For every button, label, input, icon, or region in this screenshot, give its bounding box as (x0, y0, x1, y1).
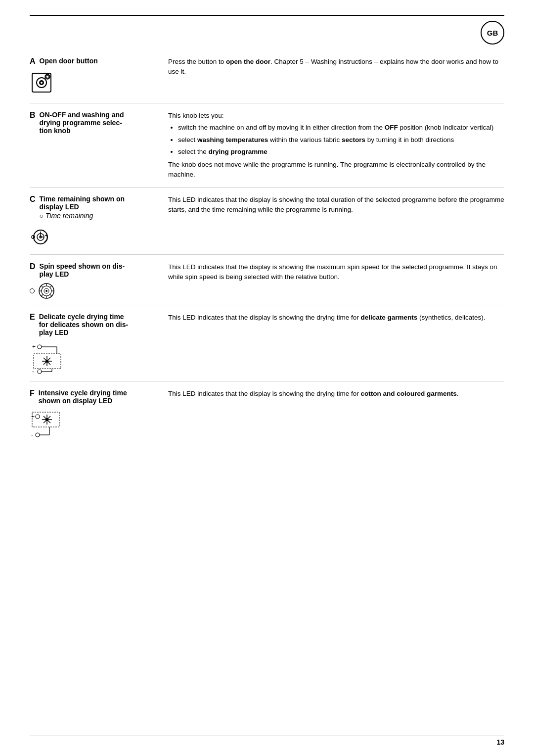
section-d-right: This LED indicates that the display is s… (168, 260, 504, 300)
section-d-title-block: Spin speed shown on dis-play LED (40, 262, 125, 278)
svg-line-23 (50, 285, 52, 287)
section-a-row: A Open door button Press the button to o… (30, 54, 504, 103)
section-a-icon (30, 71, 158, 98)
section-a-header: A Open door button (30, 57, 158, 66)
svg-line-24 (42, 294, 44, 296)
section-e-icon: + - (30, 341, 158, 376)
section-d-header: D Spin speed shown on dis-play LED (30, 262, 158, 278)
section-f-icon: + - (30, 410, 158, 447)
section-e-letter: E (30, 313, 35, 322)
section-b-intro: This knob lets you: (168, 111, 504, 121)
section-f-title: Intensive cycle drying timeshown on disp… (39, 389, 127, 405)
section-e-row: E Delicate cycle drying timefor delicate… (30, 310, 504, 381)
time-led-icon (30, 225, 57, 249)
section-b-note: The knob does not move while the program… (168, 160, 504, 180)
svg-line-22 (50, 294, 52, 296)
section-e-desc: This LED indicates that the display is s… (168, 313, 504, 323)
door-button-icon (30, 71, 57, 98)
intensive-diagram-icon: + - (30, 410, 74, 447)
section-e-left: E Delicate cycle drying timefor delicate… (30, 310, 168, 376)
section-b-bullets: switch the machine on and off by moving … (168, 123, 504, 157)
section-f-title-block: Intensive cycle drying timeshown on disp… (39, 389, 127, 405)
svg-point-33 (45, 360, 48, 363)
page-container: GB A Open door button (0, 0, 534, 756)
section-c-left: C Time remaining shown ondisplay LED ○ T… (30, 192, 168, 249)
svg-text:-: - (32, 368, 34, 375)
section-e-right: This LED indicates that the display is s… (168, 310, 504, 376)
section-c-header: C Time remaining shown ondisplay LED ○ T… (30, 195, 158, 220)
section-f-header: F Intensive cycle drying timeshown on di… (30, 389, 158, 405)
section-b-bullet-2: select washing temperatures within the v… (178, 135, 504, 145)
gb-badge: GB (481, 21, 504, 45)
delicate-diagram-icon: + - (30, 341, 74, 376)
section-b-right: This knob lets you: switch the machine o… (168, 108, 504, 182)
section-b-row: B ON-OFF and washing anddrying programme… (30, 108, 504, 188)
section-f-left: F Intensive cycle drying timeshown on di… (30, 386, 168, 447)
section-f-row: F Intensive cycle drying timeshown on di… (30, 386, 504, 452)
spin-speed-icon (38, 282, 55, 300)
svg-point-35 (38, 370, 42, 374)
section-d-letter: D (30, 262, 36, 271)
section-a-right: Press the button to open the door. Chapt… (168, 54, 504, 98)
svg-text:-: - (31, 431, 33, 438)
section-e-header: E Delicate cycle drying timefor delicate… (30, 313, 158, 336)
bottom-bar (30, 736, 504, 736)
section-e-title: Delicate cycle drying timefor delicates … (39, 313, 128, 336)
page-number: 13 (496, 738, 504, 746)
svg-point-5 (46, 76, 48, 78)
section-f-right: This LED indicates that the display is s… (168, 386, 504, 447)
section-a-left: A Open door button (30, 54, 168, 98)
section-b-header: B ON-OFF and washing anddrying programme… (30, 111, 158, 135)
section-d-title: Spin speed shown on dis-play LED (40, 262, 125, 278)
section-f-desc: This LED indicates that the display is s… (168, 389, 504, 399)
svg-point-16 (45, 290, 47, 292)
svg-text:+: + (31, 413, 35, 420)
section-c-row: C Time remaining shown ondisplay LED ○ T… (30, 192, 504, 255)
section-d-icon (30, 282, 158, 300)
svg-line-21 (42, 285, 44, 287)
svg-point-26 (38, 345, 42, 349)
gb-label: GB (487, 29, 498, 37)
svg-point-3 (41, 82, 43, 84)
section-c-title: Time remaining shown ondisplay LED (40, 195, 125, 211)
section-c-title-block: Time remaining shown ondisplay LED ○ Tim… (40, 195, 125, 220)
spin-led-circle (30, 288, 35, 293)
svg-text:+: + (32, 343, 36, 350)
top-bar: GB (30, 15, 504, 45)
svg-point-41 (36, 415, 40, 419)
section-d-left: D Spin speed shown on dis-play LED (30, 260, 168, 300)
section-c-desc: This LED indicates that the display is s… (168, 195, 504, 215)
section-b-letter: B (30, 111, 36, 120)
section-a-desc: Press the button to open the door. Chapt… (168, 57, 504, 77)
section-f-letter: F (30, 389, 35, 398)
section-b-bullet-3: select the drying programme (178, 147, 504, 157)
section-c-subtitle: ○ Time remaining (40, 212, 125, 220)
section-c-icon (30, 225, 158, 249)
section-c-right: This LED indicates that the display is s… (168, 192, 504, 249)
section-e-title-block: Delicate cycle drying timefor delicates … (39, 313, 128, 336)
section-a-letter: A (30, 57, 36, 66)
section-b-bullet-1: switch the machine on and off by moving … (178, 123, 504, 133)
svg-point-46 (45, 418, 48, 421)
section-b-title: ON-OFF and washing anddrying programme s… (40, 111, 124, 135)
section-b-title-block: ON-OFF and washing anddrying programme s… (40, 111, 124, 135)
svg-point-48 (36, 433, 40, 437)
section-d-row: D Spin speed shown on dis-play LED (30, 260, 504, 305)
section-a-title: Open door button (40, 57, 98, 65)
section-d-desc: This LED indicates that the display is s… (168, 262, 504, 283)
section-b-left: B ON-OFF and washing anddrying programme… (30, 108, 168, 182)
section-c-letter: C (30, 195, 36, 204)
